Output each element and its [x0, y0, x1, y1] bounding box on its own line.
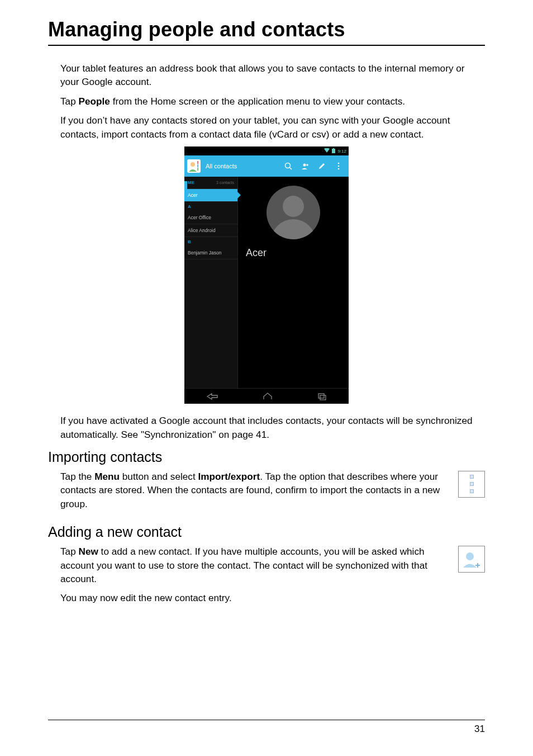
svg-rect-6: [197, 168, 198, 171]
footer-divider: [48, 720, 485, 720]
intro-paragraph-3: If you don’t have any contacts stored on…: [60, 114, 485, 141]
people-label: People: [79, 96, 110, 107]
sidebar-letter-b: B: [184, 237, 237, 247]
sidebar-item-alice[interactable]: Alice Android: [184, 224, 237, 237]
contact-name: Acer: [238, 247, 266, 259]
page-number: 31: [48, 724, 485, 735]
adding-heading: Adding a new contact: [48, 524, 485, 540]
page-title: Managing people and contacts: [48, 18, 485, 41]
people-app-icon[interactable]: [184, 155, 203, 177]
text-fragment: button and select: [120, 471, 198, 482]
svg-point-13: [338, 166, 340, 167]
header-title[interactable]: All contacts: [203, 163, 284, 169]
text-fragment: from the Home screen or the application …: [110, 96, 405, 107]
menu-dots-icon: [470, 475, 474, 493]
avatar-body: [271, 219, 316, 239]
adding-section: Tap New to add a new contact. If you hav…: [60, 545, 485, 591]
svg-rect-0: [332, 149, 335, 153]
battery-icon: [332, 148, 335, 154]
avatar-head: [283, 196, 304, 217]
svg-rect-4: [197, 161, 198, 164]
contact-detail: Acer: [238, 177, 349, 388]
sidebar-letter-a: A: [184, 202, 237, 211]
svg-point-17: [466, 552, 474, 560]
page-footer: 31: [48, 720, 485, 735]
title-divider: [48, 45, 485, 46]
overflow-menu-icon[interactable]: [334, 162, 343, 171]
sync-paragraph: If you have activated a Google account t…: [60, 414, 485, 441]
status-time: 9:12: [337, 149, 346, 154]
tablet-screenshot-wrap: 9:12 All contacts: [48, 147, 485, 404]
edit-icon[interactable]: [317, 162, 326, 171]
svg-line-8: [290, 168, 292, 170]
home-icon[interactable]: [263, 393, 273, 400]
status-bar: 9:12: [184, 147, 349, 155]
contact-avatar[interactable]: [266, 186, 320, 239]
tablet-screenshot: 9:12 All contacts: [184, 147, 349, 404]
intro-paragraph-2: Tap People from the Home screen or the a…: [60, 94, 485, 108]
svg-point-14: [338, 168, 340, 170]
wifi-icon: [324, 148, 330, 154]
importing-paragraph: Tap the Menu button and select Import/ex…: [60, 470, 450, 511]
adding-paragraph-2: You may now edit the new contact entry.: [60, 591, 485, 604]
importing-heading: Importing contacts: [48, 449, 485, 465]
sidebar-item-benjamin[interactable]: Benjamin Jason: [184, 247, 237, 259]
import-export-label: Import/export: [198, 471, 260, 482]
add-contact-icon[interactable]: [301, 162, 310, 171]
me-count: 3 contacts: [216, 181, 234, 185]
sidebar-item-acer[interactable]: Acer: [184, 189, 237, 202]
svg-rect-5: [197, 164, 198, 167]
text-fragment: Tap the: [60, 471, 94, 482]
svg-point-7: [285, 163, 291, 168]
search-icon[interactable]: [284, 162, 293, 171]
svg-point-3: [191, 162, 195, 167]
svg-rect-1: [333, 148, 334, 149]
text-fragment: Tap: [60, 546, 79, 557]
text-fragment: to add a new contact. If you have multip…: [60, 546, 427, 584]
tablet-content: ME 3 contacts Acer A Acer Office Alice A…: [184, 177, 349, 388]
sidebar-me-row[interactable]: ME 3 contacts: [184, 177, 237, 189]
app-header-bar: All contacts: [184, 155, 349, 177]
svg-rect-16: [320, 395, 326, 400]
me-label: ME: [188, 180, 194, 185]
contacts-sidebar: ME 3 contacts Acer A Acer Office Alice A…: [184, 177, 238, 388]
svg-rect-15: [318, 394, 324, 398]
android-nav-bar: [184, 388, 349, 404]
new-label: New: [79, 546, 98, 557]
back-icon[interactable]: [206, 393, 218, 400]
text-fragment: Tap: [60, 96, 79, 107]
new-contact-button-icon: [458, 546, 485, 573]
menu-button-icon: [458, 471, 485, 498]
sidebar-item-acer-office[interactable]: Acer Office: [184, 211, 237, 224]
svg-point-9: [303, 164, 306, 167]
menu-label: Menu: [94, 471, 120, 482]
intro-paragraph-1: Your tablet features an address book tha…: [60, 62, 485, 89]
recent-apps-icon[interactable]: [317, 393, 327, 400]
header-actions: [284, 162, 349, 171]
svg-point-12: [338, 163, 340, 164]
importing-section: Tap the Menu button and select Import/ex…: [60, 470, 485, 516]
adding-paragraph-1: Tap New to add a new contact. If you hav…: [60, 545, 450, 585]
add-contact-icon: [461, 549, 482, 569]
